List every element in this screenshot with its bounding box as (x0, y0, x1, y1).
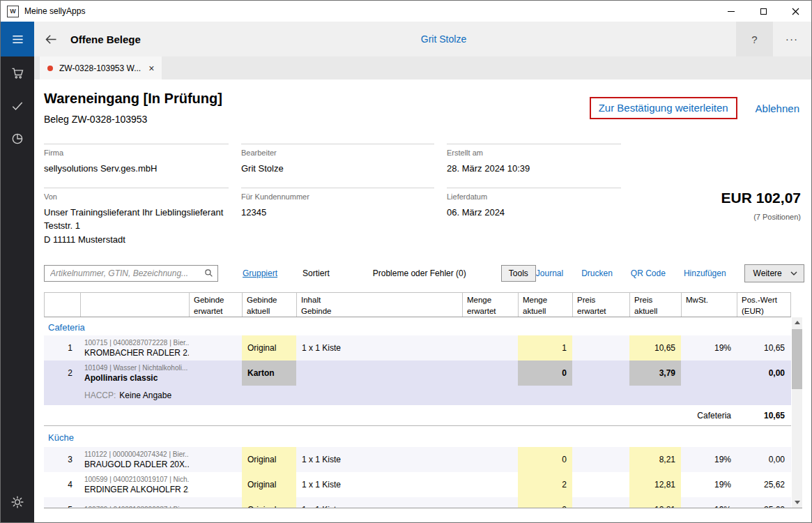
gebinde-aktuell-cell[interactable]: Karton (242, 361, 296, 386)
haccp-row[interactable]: HACCP: Keine Angabe (44, 386, 791, 405)
app-bar: Offene Belege Grit Stolze ? ... (34, 22, 811, 56)
close-button[interactable] (779, 1, 811, 22)
table-row[interactable]: 3 110122 | 00000042074342 | Bier... BRAU… (44, 447, 791, 472)
field-von: Von Unser Trainingslieferant Ihr Lieblin… (44, 188, 229, 247)
scroll-down-button[interactable] (792, 497, 802, 508)
supplier-line-1: Unser Trainingslieferant Ihr Lieblingsli… (44, 206, 229, 220)
sidebar-item-cart[interactable] (1, 56, 34, 89)
window-titlebar: W Meine sellyApps (1, 1, 811, 22)
vertical-scrollbar[interactable] (792, 317, 802, 508)
total-positions: (7 Positionen) (634, 213, 801, 221)
search-input[interactable] (44, 265, 218, 282)
forward-confirmation-button[interactable]: Zur Bestätigung weiterleiten (599, 102, 728, 114)
tab-label: ZW-0328-103953 W... (59, 63, 141, 73)
preis-aktuell-cell[interactable]: 12,81 (629, 472, 681, 497)
menge-erwartet-cell (462, 447, 518, 472)
reject-button[interactable]: Ablehnen (756, 103, 799, 114)
row-number: 4 (44, 472, 80, 497)
journal-link[interactable]: Journal (536, 268, 563, 278)
preis-erwartet-cell (572, 335, 629, 361)
haccp-value: Keine Angabe (119, 391, 171, 400)
table-row-selected[interactable]: 2 101049 | Wasser | Nichtalkoholi... Apo… (44, 361, 791, 386)
row-number: 3 (44, 447, 80, 472)
sidebar-item-tasks[interactable] (1, 89, 34, 122)
supplier-line-3: D 11111 Musterstadt (44, 233, 229, 247)
article-cell: 100599 | 04002103019107 | Nich... ERDING… (80, 472, 189, 497)
back-button[interactable] (34, 22, 68, 56)
scroll-up-button[interactable] (792, 317, 802, 328)
gebinde-aktuell-cell[interactable]: Original (242, 335, 296, 361)
toggle-sortiert[interactable]: Sortiert (302, 268, 330, 278)
menge-aktuell-cell[interactable]: 2 (518, 472, 572, 497)
document-subtitle: Beleg ZW-0328-103953 (44, 114, 222, 125)
pie-chart-icon (10, 132, 24, 146)
minimize-button[interactable] (715, 1, 747, 22)
minimize-icon (728, 11, 735, 12)
mwst-cell: 19% (681, 447, 737, 472)
problems-filter[interactable]: Probleme oder Fehler (0) (373, 268, 466, 278)
table-row[interactable]: 4 100599 | 04002103019107 | Nich... ERDI… (44, 472, 791, 497)
print-link[interactable]: Drucken (581, 268, 613, 278)
field-bearbeiter: Bearbeiter Grit Stolze (241, 144, 434, 176)
preis-aktuell-cell[interactable]: 12,81 (629, 497, 681, 508)
gebinde-aktuell-cell[interactable]: Original (242, 497, 296, 508)
app-window: W Meine sellyApps (0, 0, 812, 523)
maximize-button[interactable] (747, 1, 779, 22)
sidebar-item-settings[interactable] (1, 485, 34, 518)
field-spacer (634, 144, 801, 176)
tab-close-icon[interactable]: × (148, 63, 154, 73)
table-row[interactable]: 5 100769 | 04002103000037 | Bier... Orig… (44, 497, 791, 508)
field-value: 06. März 2024 (447, 206, 621, 220)
inhalt-gebinde-cell: 1 x 1 Kiste (296, 497, 462, 508)
scrollbar-thumb[interactable] (792, 329, 802, 389)
document-page: Wareneingang [In Prüfung] Beleg ZW-0328-… (34, 79, 811, 522)
mwst-cell: 19% (681, 472, 737, 497)
mwst-cell (681, 361, 737, 386)
article-code: 100715 | 04008287072228 | Bier... (84, 338, 189, 347)
header-menge-erwartet: Menge erwartet (463, 293, 519, 317)
article-cell: 100715 | 04008287072228 | Bier... KROMBA… (80, 335, 189, 361)
tab-document[interactable]: ZW-0328-103953 W... × (40, 56, 162, 79)
tools-button[interactable]: Tools (501, 265, 536, 282)
triangle-up-icon (795, 321, 800, 324)
group-footer-label: Cafeteria (697, 411, 737, 420)
preis-aktuell-cell[interactable]: 10,65 (629, 335, 681, 361)
document-fields: Firma sellysolutions Serv.ges.mbH Bearbe… (44, 144, 801, 246)
more-menu-button[interactable]: ... (773, 22, 811, 56)
article-name: KROMBACHER RADLER 2... (84, 348, 189, 358)
menge-aktuell-cell[interactable]: 0 (518, 447, 572, 472)
group-footer-value: 10,65 (764, 411, 790, 420)
field-value: 28. März 2024 10:39 (447, 162, 621, 176)
article-code: 100769 | 04002103000037 | Bier... (84, 505, 189, 508)
article-name: Apollinaris classic (84, 373, 158, 383)
content-area: Offene Belege Grit Stolze ? ... ZW-0328-… (34, 22, 811, 522)
header-preis-erwartet: Preis erwartet (573, 293, 630, 317)
close-icon (792, 8, 799, 15)
add-item-link[interactable]: Hinzufügen (684, 268, 726, 278)
qr-code-link[interactable]: QR Code (631, 268, 666, 278)
preis-erwartet-cell (572, 472, 629, 497)
pos-wert-cell: 25,62 (737, 472, 790, 497)
table-row[interactable]: 1 100715 | 04008287072228 | Bier... KROM… (44, 335, 791, 361)
pos-wert-cell: 10,65 (737, 335, 790, 361)
field-value: sellysolutions Serv.ges.mbH (44, 162, 229, 176)
preis-aktuell-cell[interactable]: 8,21 (629, 447, 681, 472)
more-actions-dropdown[interactable]: Weitere (744, 264, 804, 282)
help-button[interactable]: ? (736, 22, 773, 56)
menge-erwartet-cell (462, 361, 518, 386)
menge-aktuell-cell[interactable]: 2 (518, 497, 572, 508)
menge-aktuell-cell[interactable]: 0 (518, 361, 572, 386)
toggle-gruppiert[interactable]: Gruppiert (243, 268, 277, 278)
menu-button[interactable] (1, 22, 34, 56)
preis-aktuell-cell[interactable]: 3,79 (629, 361, 681, 386)
supplier-line-2: Teststr. 1 (44, 219, 229, 233)
sidebar-item-statistics[interactable] (1, 122, 34, 155)
gebinde-aktuell-cell[interactable]: Original (242, 447, 296, 472)
sidebar (1, 22, 34, 522)
header-menge-aktuell: Menge aktuell (519, 293, 573, 317)
gebinde-aktuell-cell[interactable]: Original (242, 472, 296, 497)
row-number: 1 (44, 335, 80, 361)
header-article (81, 293, 190, 317)
row-number: 5 (44, 497, 80, 508)
menge-aktuell-cell[interactable]: 1 (518, 335, 572, 361)
